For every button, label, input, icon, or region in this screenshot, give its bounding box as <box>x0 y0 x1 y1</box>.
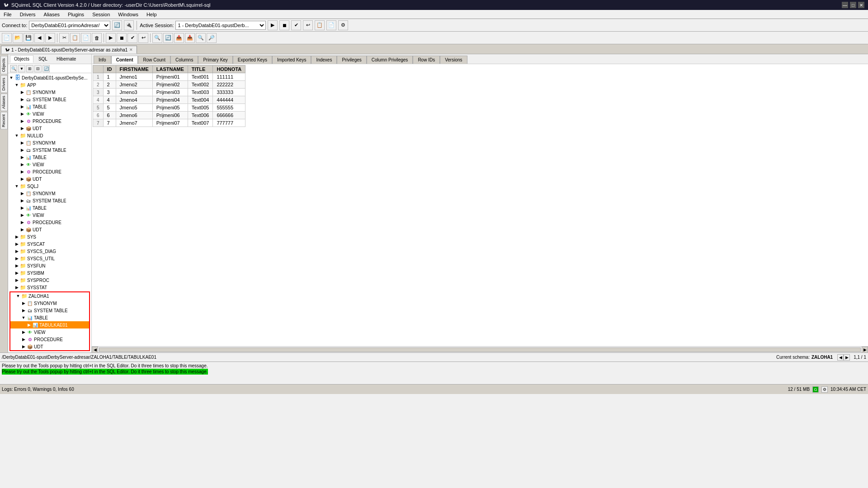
table-row[interactable]: 11Jmeno1Prijmeni01Text001111111 <box>93 73 245 81</box>
horizontal-scrollbar[interactable] <box>99 347 861 352</box>
table-row[interactable]: 33Jmeno3Prijmeni03Text003333333 <box>93 89 245 96</box>
maximize-button[interactable]: □ <box>850 2 856 8</box>
table-cell[interactable]: 7 <box>103 119 116 127</box>
tree-app-table[interactable]: ▶ 📊 TABLE <box>9 103 90 110</box>
col-header-title[interactable]: TITLE <box>188 66 213 73</box>
menu-file[interactable]: File <box>2 11 14 18</box>
main-tab-close[interactable]: ✕ <box>129 47 133 52</box>
menu-aliases[interactable]: Aliases <box>42 11 61 18</box>
gc-btn[interactable]: G <box>812 386 819 393</box>
tree-zaloha1-synonym[interactable]: ▶ 📋 SYNONYM <box>10 300 89 307</box>
table-cell[interactable]: Prijmeni03 <box>152 89 188 96</box>
tb-zoom-out[interactable]: 🔎 <box>207 33 217 43</box>
tree-app-udt[interactable]: ▶ 📦 UDT <box>9 125 90 132</box>
session-copy-btn[interactable]: 📋 <box>315 20 325 30</box>
table-cell[interactable]: Jmeno7 <box>116 119 152 127</box>
tree-tabulkae01[interactable]: ▶ 📊 TABULKAE01 <box>10 321 89 328</box>
tree-zaloha1-view[interactable]: ▶ 👁 VIEW <box>10 328 89 336</box>
col-header-id[interactable]: ID <box>103 66 116 73</box>
tree-root[interactable]: ▼ 🗄 DerbyDatabE01-spustDerbySe... <box>9 74 90 81</box>
tb-cut[interactable]: ✂ <box>59 33 69 43</box>
tab-rowids[interactable]: Row IDs <box>413 56 440 64</box>
tb-delete[interactable]: 🗑 <box>92 33 102 43</box>
table-cell[interactable]: 555555 <box>213 104 245 112</box>
table-cell[interactable]: Jmeno2 <box>116 81 152 89</box>
table-cell[interactable]: 5 <box>103 104 116 112</box>
menu-drivers[interactable]: Drivers <box>18 11 38 18</box>
panel-tab-sql[interactable]: SQL <box>34 55 52 63</box>
table-cell[interactable]: 777777 <box>213 119 245 127</box>
table-cell[interactable]: Text007 <box>188 119 213 127</box>
tab-columnprivileges[interactable]: Column Privileges <box>367 56 413 64</box>
tb-save[interactable]: 💾 <box>24 33 33 43</box>
table-cell[interactable]: Prijmeni04 <box>152 96 188 104</box>
tab-columns[interactable]: Columns <box>170 56 198 64</box>
tree-expand-btn[interactable]: ⊞ <box>26 65 33 72</box>
tree-app[interactable]: ▼ 📁 APP <box>9 81 90 89</box>
side-tab-aliases[interactable]: Aliases <box>0 94 8 111</box>
tree-sysfun[interactable]: ▶ 📁 SYSFUN <box>9 262 90 269</box>
tab-exportedkeys[interactable]: Exported Keys <box>233 56 272 64</box>
scroll-left-btn[interactable]: ◀ <box>92 347 98 353</box>
table-cell[interactable]: Prijmeni02 <box>152 81 188 89</box>
tb-refresh[interactable]: 🔄 <box>163 33 173 43</box>
tree-sqlj-procedure[interactable]: ▶ ⚙ PROCEDURE <box>9 219 90 226</box>
tb-forward[interactable]: ▶ <box>45 33 55 43</box>
tree-syscat[interactable]: ▶ 📁 SYSCAT <box>9 240 90 248</box>
table-cell[interactable]: Prijmeni07 <box>152 119 188 127</box>
minimize-button[interactable]: — <box>842 2 848 8</box>
table-row[interactable]: 66Jmeno6Prijmeni06Text006666666 <box>93 112 245 119</box>
tree-nullid-procedure[interactable]: ▶ ⚙ PROCEDURE <box>9 168 90 175</box>
table-cell[interactable]: 6 <box>103 112 116 119</box>
connect-refresh-btn[interactable]: 🔄 <box>112 20 122 30</box>
main-tab[interactable]: 🐿 1 - DerbyDatabE01-spustDerbyServer-adr… <box>1 46 137 54</box>
connect-dropdown[interactable]: DerbyDatabE01-primoAdresar/ <box>29 21 110 30</box>
panel-tab-hibernate[interactable]: Hibernate <box>52 55 80 63</box>
tree-nullid-udt[interactable]: ▶ 📦 UDT <box>9 175 90 183</box>
tb-filter[interactable]: 🔍 <box>152 33 162 43</box>
tree-sqlj-synonym[interactable]: ▶ 📋 SYNONYM <box>9 190 90 197</box>
tree-app-synonym[interactable]: ▶ 📋 SYNONYM <box>9 89 90 96</box>
tb-zoom-in[interactable]: 🔍 <box>196 33 206 43</box>
table-cell[interactable]: Jmeno5 <box>116 104 152 112</box>
table-cell[interactable]: Text003 <box>188 89 213 96</box>
status-btn1[interactable]: ◀ <box>837 354 844 361</box>
side-tab-objects[interactable]: Objects <box>0 56 8 75</box>
col-header-hodnota[interactable]: HODNOTA <box>213 66 245 73</box>
table-cell[interactable]: 1 <box>103 73 116 81</box>
tree-sysstat[interactable]: ▶ 📁 SYSSTAT <box>9 284 90 291</box>
tree-zaloha1-systemtable[interactable]: ▶ 🗂 SYSTEM TABLE <box>10 307 89 314</box>
tb-export[interactable]: 📤 <box>174 33 184 43</box>
table-cell[interactable]: Prijmeni01 <box>152 73 188 81</box>
tb-open[interactable]: 📂 <box>13 33 23 43</box>
tree-nullid-table[interactable]: ▶ 📊 TABLE <box>9 154 90 161</box>
tb-commit[interactable]: ✔ <box>127 33 137 43</box>
session-settings-btn[interactable]: ⚙ <box>338 20 348 30</box>
tree-nullid[interactable]: ▼ 📁 NULLID <box>9 132 90 139</box>
table-cell[interactable]: Prijmeni06 <box>152 112 188 119</box>
tab-primarykey[interactable]: Primary Key <box>198 56 232 64</box>
col-header-lastname[interactable]: LASTNAME <box>152 66 188 73</box>
table-cell[interactable]: 111111 <box>213 73 245 81</box>
tree-search-btn[interactable]: 🔍 <box>10 65 17 72</box>
tree-nullid-synonym[interactable]: ▶ 📋 SYNONYM <box>9 139 90 146</box>
table-cell[interactable]: Text005 <box>188 104 213 112</box>
table-row[interactable]: 44Jmeno4Prijmeni04Text004444444 <box>93 96 245 104</box>
tree-app-procedure[interactable]: ▶ ⚙ PROCEDURE <box>9 117 90 125</box>
table-cell[interactable]: 666666 <box>213 112 245 119</box>
tab-rowcount[interactable]: Row Count <box>138 56 170 64</box>
tb-copy[interactable]: 📋 <box>70 33 80 43</box>
table-cell[interactable]: 444444 <box>213 96 245 104</box>
tree-sysproc[interactable]: ▶ 📁 SYSPROC <box>9 277 90 284</box>
tree-sqlj-systemtable[interactable]: ▶ 🗂 SYSTEM TABLE <box>9 197 90 204</box>
tree-sys[interactable]: ▶ 📁 SYS <box>9 233 90 240</box>
close-button[interactable]: ✕ <box>858 2 864 8</box>
tree-sysibm[interactable]: ▶ 📁 SYSIBM <box>9 269 90 277</box>
table-cell[interactable]: Jmeno3 <box>116 89 152 96</box>
tab-info[interactable]: Info <box>94 56 111 64</box>
tab-content[interactable]: Content <box>111 56 138 64</box>
menu-session[interactable]: Session <box>90 11 112 18</box>
tree-nullid-view[interactable]: ▶ 👁 VIEW <box>9 161 90 168</box>
tree-sqlj-view[interactable]: ▶ 👁 VIEW <box>9 211 90 219</box>
table-cell[interactable]: Jmeno4 <box>116 96 152 104</box>
